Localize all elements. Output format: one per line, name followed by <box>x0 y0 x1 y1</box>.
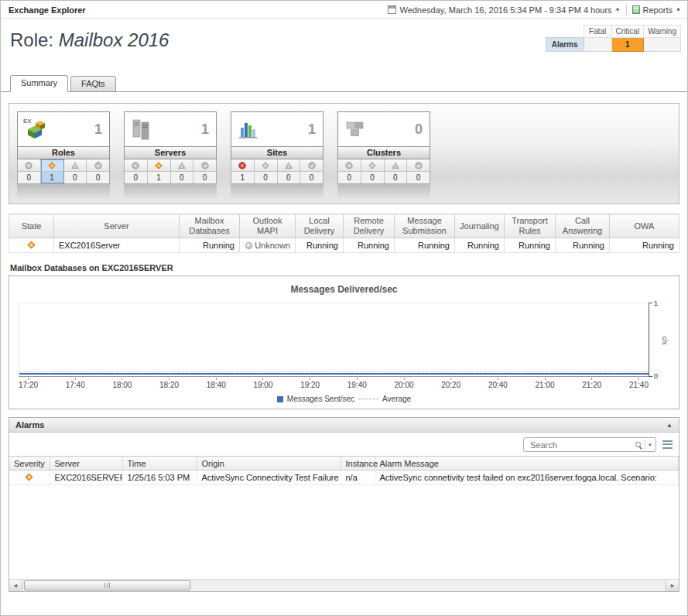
alarms-panel: Alarms ▲ ▼ Severity <box>9 417 679 592</box>
y-tick-max: 1 <box>654 299 658 307</box>
table-customizer-icon[interactable] <box>662 440 673 449</box>
tab-faqts[interactable]: FAQts <box>70 76 116 92</box>
server-name-cell[interactable]: EXC2016Server <box>54 238 180 253</box>
tab-summary[interactable]: Summary <box>10 75 68 92</box>
alarm-instance-cell: n/a <box>341 471 375 485</box>
alarm-severity-cell[interactable] <box>9 471 50 485</box>
time-range-label: Wednesday, March 16, 2016 5:34 PM - 9:34… <box>399 5 611 15</box>
summary-content: EX 1 Roles <box>1 92 687 592</box>
clusters-status-normal[interactable]: 0 <box>407 159 430 183</box>
fatal-icon <box>125 159 147 172</box>
reports-menu[interactable]: Reports ▼ <box>632 5 681 15</box>
col-state: State <box>9 214 54 238</box>
col-instance[interactable]: Instance <box>341 457 375 471</box>
sites-status-normal[interactable]: 0 <box>300 159 323 183</box>
scrollbar-track[interactable] <box>22 580 666 591</box>
servers-count: 1 <box>201 121 209 138</box>
clusters-critical-count: 0 <box>361 172 384 183</box>
scrollbar-thumb[interactable] <box>24 580 190 590</box>
sites-status-fatal[interactable]: 1 <box>231 159 255 183</box>
sites-status-warning[interactable]: 0 <box>278 159 301 183</box>
chart-legend: Messages Sent/sec Average <box>19 395 669 403</box>
roles-icon: EX <box>21 116 49 142</box>
scroll-right-button[interactable]: ► <box>666 580 679 591</box>
alarm-row[interactable]: EXC2016SERVER 1/25/16 5:03 PM ActiveSync… <box>9 471 679 485</box>
alarm-summary-header-critical: Critical <box>611 26 644 38</box>
average-legend-label: Average <box>382 395 411 403</box>
servers-warning-count: 0 <box>171 172 193 183</box>
warning-count-cell[interactable] <box>644 38 681 52</box>
sites-fatal-count: 1 <box>231 172 254 183</box>
alarm-summary-corner <box>546 26 584 38</box>
series-legend-label: Messages Sent/sec <box>287 395 354 403</box>
col-alarm-message[interactable]: Alarm Message <box>375 457 679 471</box>
critical-count-cell[interactable]: 1 <box>611 38 644 52</box>
collapse-icon[interactable]: ▲ <box>666 422 673 429</box>
roles-label: Roles <box>17 147 110 159</box>
server-status-table: State Server Mailbox Databases Outlook M… <box>9 214 679 253</box>
col-origin[interactable]: Origin <box>197 457 341 471</box>
search-options-chevron-icon[interactable]: ▼ <box>648 443 652 447</box>
roles-status-normal[interactable]: 0 <box>87 159 109 183</box>
clusters-status-fatal[interactable]: 0 <box>338 159 361 183</box>
x-tick: 18:00 <box>112 378 132 389</box>
servers-status-normal[interactable]: 0 <box>193 159 216 183</box>
top-bar: Exchange Explorer Wednesday, March 16, 2… <box>1 1 687 19</box>
col-message-submission: Message Submission <box>395 214 455 238</box>
clusters-status-critical[interactable]: 0 <box>361 159 385 183</box>
servers-status-critical[interactable]: 1 <box>148 159 171 183</box>
alarms-panel-header[interactable]: Alarms ▲ <box>9 418 679 433</box>
alarms-table: Severity Server Time Origin Instance Ala… <box>9 456 679 485</box>
reports-icon <box>632 5 640 14</box>
x-tick: 20:00 <box>395 378 414 389</box>
time-range-selector[interactable]: Wednesday, March 16, 2016 5:34 PM - 9:34… <box>388 5 620 15</box>
x-tick: 21:00 <box>536 378 555 389</box>
section-title: Mailbox Databases on EXC2016SERVER <box>10 263 679 272</box>
col-severity[interactable]: Severity <box>9 457 50 471</box>
horizontal-scrollbar[interactable]: ◄ ► <box>9 579 679 591</box>
sites-count: 1 <box>308 121 316 138</box>
transport-rules-cell: Running <box>505 238 556 253</box>
alarm-message-cell: ActiveSync connetivity test failed on ex… <box>375 471 679 485</box>
warning-icon <box>385 159 407 172</box>
exchange-explorer-page: Exchange Explorer Wednesday, March 16, 2… <box>0 0 688 616</box>
search-icon[interactable] <box>635 442 641 447</box>
roles-status-critical[interactable]: 1 <box>41 159 64 183</box>
roles-status-fatal[interactable]: 0 <box>18 159 41 183</box>
tile-servers[interactable]: 1 Servers 0 <box>124 111 217 200</box>
tile-roles-top: EX 1 <box>17 111 110 147</box>
col-outlook-mapi: Outlook MAPI <box>240 214 296 238</box>
alarms-header-row: Severity Server Time Origin Instance Ala… <box>9 457 679 471</box>
servers-status-warning[interactable]: 0 <box>171 159 194 183</box>
roles-normal-count: 0 <box>87 172 109 183</box>
chart-title: Messages Delivered/sec <box>19 284 669 295</box>
fatal-count-cell[interactable] <box>584 38 611 52</box>
x-tick: 17:40 <box>66 378 85 389</box>
tile-roles[interactable]: EX 1 Roles <box>17 111 110 200</box>
servers-status-fatal[interactable]: 0 <box>125 159 148 183</box>
col-server[interactable]: Server <box>50 457 122 471</box>
roles-status-warning[interactable]: 0 <box>64 159 87 183</box>
tile-sites[interactable]: 1 Sites 1 <box>231 111 323 200</box>
messages-delivered-chart: Messages Delivered/sec 1 0 c/s 17:20 17:… <box>9 275 679 409</box>
roles-status-strip: 0 1 0 <box>17 159 110 184</box>
page-title-prefix: Role: <box>10 29 53 50</box>
roles-warning-count: 0 <box>64 172 87 183</box>
col-time[interactable]: Time <box>122 457 197 471</box>
clusters-status-warning[interactable]: 0 <box>385 159 408 183</box>
fatal-icon <box>338 159 361 172</box>
servers-normal-count: 0 <box>193 172 216 183</box>
servers-label: Servers <box>124 147 217 159</box>
normal-icon <box>193 159 216 172</box>
y-tick-min: 0 <box>654 372 658 380</box>
breadcrumb: Exchange Explorer <box>9 5 86 15</box>
tiles-row: EX 1 Roles <box>17 111 679 200</box>
owa-cell: Running <box>610 238 679 253</box>
scroll-left-button[interactable]: ◄ <box>9 580 22 591</box>
sites-status-critical[interactable]: 0 <box>255 159 278 183</box>
server-table-row[interactable]: EXC2016Server Running Unknown Running Ru… <box>9 238 679 253</box>
search-box: ▼ <box>523 437 656 452</box>
tile-clusters[interactable]: 0 Clusters 0 <box>337 111 430 200</box>
svg-text:EX: EX <box>23 118 32 125</box>
search-input[interactable] <box>529 440 635 450</box>
